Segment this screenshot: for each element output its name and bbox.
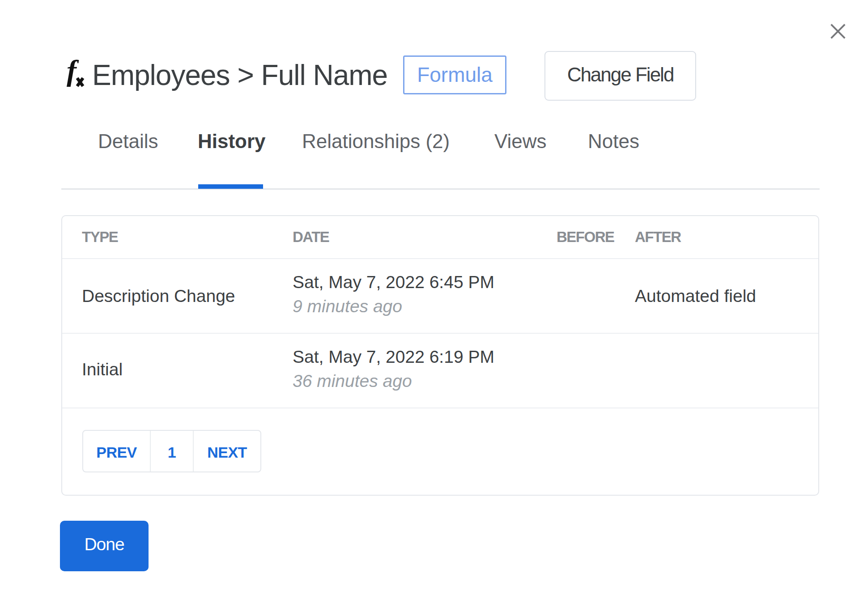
- svg-text:f: f: [67, 54, 79, 87]
